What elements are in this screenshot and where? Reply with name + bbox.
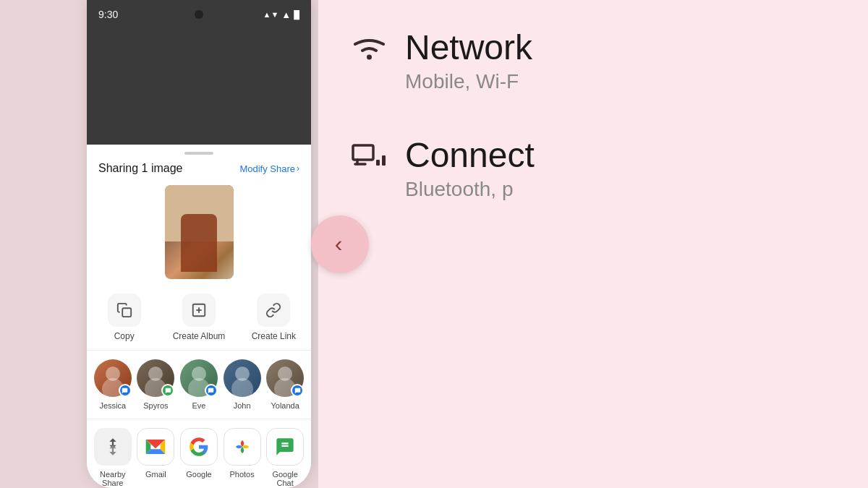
photos-icon bbox=[224, 428, 261, 466]
modify-share-button[interactable]: Modify Share › bbox=[239, 163, 299, 174]
contact-john[interactable]: John bbox=[222, 359, 263, 410]
jessica-badge bbox=[119, 384, 132, 397]
settings-content: Network Mobile, Wi-F Connect Bluetoot bbox=[318, 0, 868, 488]
app-nearby-share[interactable]: Nearby Share bbox=[93, 428, 133, 487]
contact-jessica[interactable]: Jessica bbox=[93, 359, 133, 410]
connect-text: Connect Bluetooth, p bbox=[405, 137, 535, 201]
image-preview bbox=[87, 182, 311, 288]
drag-handle-bar bbox=[184, 152, 213, 155]
app-google-chat[interactable]: Google Chat bbox=[265, 428, 305, 487]
eve-name: Eve bbox=[192, 401, 206, 410]
yolanda-badge bbox=[291, 384, 304, 397]
gmail-icon bbox=[137, 428, 174, 466]
share-sheet: Sharing 1 image Modify Share › bbox=[87, 159, 311, 488]
status-icons: ▲▼ ▲ █ bbox=[263, 9, 299, 20]
create-link-action[interactable]: Create Link bbox=[237, 294, 311, 341]
status-time: 9:30 bbox=[98, 9, 118, 20]
app-gmail[interactable]: Gmail bbox=[136, 428, 176, 487]
connectivity-icon bbox=[347, 140, 391, 179]
share-title: Sharing 1 image bbox=[98, 162, 183, 175]
right-panel: Network Mobile, Wi-F Connect Bluetoot bbox=[318, 0, 868, 488]
nearby-share-icon bbox=[94, 428, 132, 466]
avatar-yolanda bbox=[266, 359, 304, 397]
phone-mockup: 9:30 ▲▼ ▲ █ Sharing 1 image Modify Share… bbox=[87, 0, 311, 488]
svg-rect-0 bbox=[122, 308, 131, 317]
jessica-name: Jessica bbox=[99, 401, 126, 410]
connect-subtitle: Bluetooth, p bbox=[405, 178, 535, 201]
app-google[interactable]: Google bbox=[179, 428, 219, 487]
left-panel: 9:30 ▲▼ ▲ █ Sharing 1 image Modify Share… bbox=[0, 0, 318, 488]
svg-rect-5 bbox=[353, 145, 373, 160]
contact-spyros[interactable]: Spyros bbox=[136, 359, 176, 410]
svg-rect-8 bbox=[376, 160, 380, 166]
gmail-label: Gmail bbox=[145, 470, 166, 479]
image-figure bbox=[181, 214, 217, 272]
copy-label: Copy bbox=[114, 331, 135, 341]
google-icon bbox=[180, 428, 218, 466]
svg-rect-9 bbox=[382, 155, 386, 166]
back-chevron-icon: ‹ bbox=[335, 231, 343, 257]
action-row: Copy Create Album bbox=[87, 288, 311, 351]
contact-eve[interactable]: Eve bbox=[179, 359, 219, 410]
battery-icon: █ bbox=[294, 10, 299, 19]
contacts-row: Jessica Spyros bbox=[87, 351, 311, 419]
google-label: Google bbox=[186, 470, 211, 479]
copy-action[interactable]: Copy bbox=[87, 294, 161, 341]
signal-icon: ▲▼ bbox=[263, 10, 279, 19]
contact-yolanda[interactable]: Yolanda bbox=[265, 359, 305, 410]
avatar-spyros bbox=[137, 359, 174, 397]
back-button[interactable]: ‹ bbox=[311, 215, 369, 273]
create-link-icon bbox=[257, 294, 290, 327]
settings-item-connect[interactable]: Connect Bluetooth, p bbox=[347, 122, 839, 215]
connect-title: Connect bbox=[405, 137, 535, 175]
google-chat-label: Google Chat bbox=[272, 470, 297, 487]
avatar-jessica bbox=[94, 359, 132, 397]
network-subtitle: Mobile, Wi-F bbox=[405, 70, 532, 93]
avatar-eve bbox=[180, 359, 218, 397]
share-header: Sharing 1 image Modify Share › bbox=[87, 159, 311, 182]
create-link-label: Create Link bbox=[252, 331, 296, 341]
apps-row: Nearby Share bbox=[87, 419, 311, 488]
app-photos[interactable]: Photos bbox=[222, 428, 263, 487]
network-title: Network bbox=[405, 29, 532, 67]
yolanda-name: Yolanda bbox=[271, 401, 299, 410]
spyros-badge bbox=[161, 384, 174, 397]
dark-image-area bbox=[87, 29, 311, 145]
avatar-john bbox=[224, 359, 261, 397]
status-bar: 9:30 ▲▼ ▲ █ bbox=[87, 0, 311, 29]
create-album-label: Create Album bbox=[173, 331, 226, 341]
settings-item-network[interactable]: Network Mobile, Wi-F bbox=[347, 14, 839, 108]
wifi-icon: ▲ bbox=[281, 9, 291, 20]
drag-handle[interactable] bbox=[87, 145, 311, 159]
modify-share-chevron-icon: › bbox=[297, 163, 299, 174]
nearby-share-label: Nearby Share bbox=[100, 470, 125, 487]
network-text: Network Mobile, Wi-F bbox=[405, 29, 532, 93]
camera-notch bbox=[195, 10, 203, 19]
eve-badge bbox=[205, 384, 218, 397]
preview-image bbox=[165, 185, 234, 279]
create-album-icon bbox=[182, 294, 216, 327]
svg-point-4 bbox=[367, 55, 372, 60]
wifi-icon bbox=[347, 32, 391, 72]
photos-label: Photos bbox=[229, 470, 254, 479]
spyros-name: Spyros bbox=[143, 401, 168, 410]
john-name: John bbox=[234, 401, 251, 410]
create-album-action[interactable]: Create Album bbox=[161, 294, 236, 341]
nav-button-overlay: ‹ bbox=[311, 215, 369, 273]
john-face bbox=[224, 359, 261, 397]
copy-icon bbox=[108, 294, 141, 327]
google-chat-icon bbox=[266, 428, 304, 466]
